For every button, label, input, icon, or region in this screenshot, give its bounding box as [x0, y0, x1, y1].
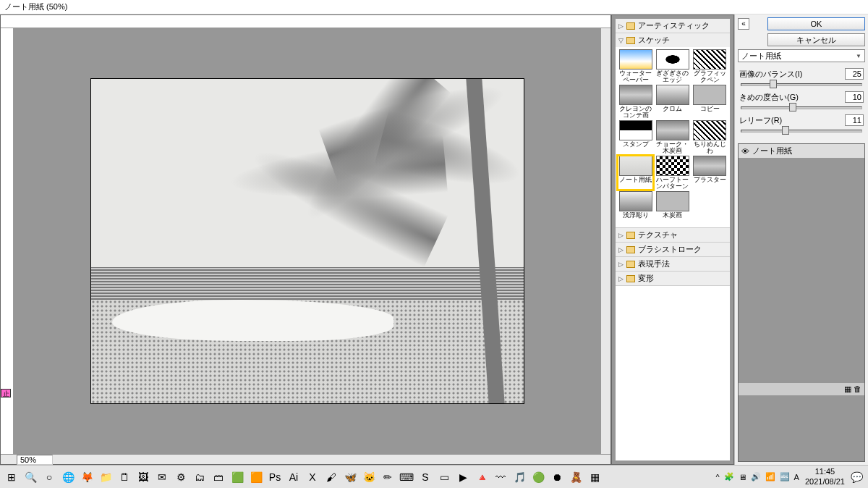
- taskbar-app-icon[interactable]: S: [417, 468, 434, 486]
- taskbar-app-icon[interactable]: X: [304, 468, 321, 486]
- taskbar-app-icon[interactable]: ⏺: [548, 468, 566, 486]
- folder-icon: [626, 246, 635, 253]
- filter-gallery-panel: ▷アーティスティック▽スケッチウォーターペーパーぎざぎさのエッジグラフィックペン…: [611, 14, 734, 465]
- taskbar-app-icon[interactable]: ○: [41, 468, 58, 486]
- filter-thumb-label: プラスター: [692, 177, 728, 190]
- taskbar-app-icon[interactable]: 🟩: [229, 468, 246, 486]
- taskbar-app-icon[interactable]: 🖌: [323, 468, 340, 486]
- zoom-input[interactable]: 50%: [17, 455, 53, 465]
- windows-taskbar[interactable]: ⊞🔍○🌐🦊📁🗒🖼✉⚙🗂🗃🟩🟧PsAiX🖌🦋🐱✏⌨S▭▶🔺〰🎵🟢⏺🧸▦ ^🧩🖥🔊📶…: [0, 465, 868, 488]
- notification-icon[interactable]: 💬: [848, 468, 865, 486]
- taskbar-app-icon[interactable]: 🟧: [247, 468, 265, 486]
- taskbar-app-icon[interactable]: Ps: [266, 468, 284, 486]
- layer-name[interactable]: ノート用紙: [752, 146, 792, 156]
- taskbar-app-icon[interactable]: 🔺: [473, 468, 490, 486]
- category-label: テクスチャ: [638, 230, 678, 240]
- taskbar-app-icon[interactable]: 〰: [492, 468, 509, 486]
- filter-thumb[interactable]: クロム: [655, 85, 690, 119]
- filter-thumb[interactable]: クレヨンのコンテ画: [618, 85, 653, 119]
- taskbar-app-icon[interactable]: ⊞: [3, 468, 20, 486]
- triangle-icon: ▷: [618, 22, 624, 30]
- filter-thumb[interactable]: ぎざぎさのエッジ: [655, 49, 690, 83]
- taskbar-app-icon[interactable]: 🌐: [59, 468, 77, 486]
- tray-icon[interactable]: ^: [715, 473, 719, 481]
- eye-icon[interactable]: 👁: [741, 147, 749, 156]
- taskbar-app-icon[interactable]: 🦊: [78, 468, 95, 486]
- taskbar-app-icon[interactable]: ▦: [586, 468, 603, 486]
- param-slider[interactable]: [741, 104, 862, 110]
- filter-thumb-label: ノート用紙: [618, 177, 653, 190]
- filter-thumb[interactable]: コピー: [692, 85, 728, 119]
- taskbar-app-icon[interactable]: 🖼: [135, 468, 152, 486]
- filter-thumb-label: ぎざぎさのエッジ: [655, 70, 690, 83]
- category-header[interactable]: ▷テクスチャ: [616, 228, 730, 242]
- filter-thumb[interactable]: 浅浮彫り: [618, 191, 653, 225]
- scrollbar-vertical[interactable]: [600, 28, 610, 454]
- taskbar-app-icon[interactable]: ▶: [454, 468, 472, 486]
- taskbar-app-icon[interactable]: 🟢: [529, 468, 547, 486]
- taskbar-app-icon[interactable]: ✏: [379, 468, 396, 486]
- filter-thumb[interactable]: ハーフトーンパターン: [655, 156, 690, 190]
- filter-thumb-label: チョーク・木炭画: [655, 141, 690, 154]
- filter-thumb-label: 浅浮彫り: [618, 212, 653, 225]
- param-value[interactable]: [845, 114, 864, 126]
- filter-thumb[interactable]: プラスター: [692, 156, 728, 190]
- new-layer-icon[interactable]: ▦: [844, 384, 851, 393]
- taskbar-app-icon[interactable]: Ai: [285, 468, 302, 486]
- filter-thumb-preview: [656, 156, 689, 176]
- taskbar-app-icon[interactable]: 🦋: [341, 468, 359, 486]
- triangle-icon: ▷: [618, 261, 624, 268]
- filter-thumb-preview: [693, 85, 726, 105]
- filter-thumb[interactable]: スタンプ: [618, 120, 653, 154]
- cancel-button[interactable]: キャンセル: [767, 33, 865, 46]
- filter-thumb[interactable]: ウォーターペーパー: [618, 49, 653, 83]
- tray-icon[interactable]: 📶: [765, 472, 775, 481]
- filter-thumb[interactable]: ノート用紙: [618, 156, 653, 190]
- filter-thumb-preview: [693, 120, 726, 140]
- tray-icon[interactable]: 🔊: [751, 472, 761, 481]
- taskbar-app-icon[interactable]: 🔍: [22, 468, 39, 486]
- filter-thumb[interactable]: 木炭画: [655, 191, 690, 225]
- chevron-down-icon: ▼: [856, 53, 861, 59]
- tray-icon[interactable]: 🖥: [739, 473, 746, 481]
- category-header[interactable]: ▷変形: [616, 272, 730, 285]
- category-header[interactable]: ▷ブラシストローク: [616, 243, 730, 256]
- filter-gallery-scroll[interactable]: ▷アーティスティック▽スケッチウォーターペーパーぎざぎさのエッジグラフィックペン…: [615, 18, 731, 461]
- filter-thumb-label: クロム: [655, 106, 690, 119]
- taskbar-app-icon[interactable]: ⌨: [398, 468, 415, 486]
- preview-canvas[interactable]: [90, 78, 524, 404]
- taskbar-app-icon[interactable]: 🐱: [360, 468, 378, 486]
- delete-layer-icon[interactable]: 🗑: [854, 384, 861, 393]
- taskbar-clock[interactable]: 11:45 2021/08/21: [805, 467, 845, 486]
- taskbar-app-icon[interactable]: 🗂: [191, 468, 208, 486]
- category-header[interactable]: ▷表現手法: [616, 257, 730, 271]
- tray-icon[interactable]: 🔤: [780, 472, 790, 481]
- taskbar-app-icon[interactable]: 🎵: [511, 468, 528, 486]
- taskbar-app-icon[interactable]: 📁: [97, 468, 114, 486]
- param-slider[interactable]: [741, 81, 862, 87]
- ok-button[interactable]: OK: [767, 17, 865, 30]
- folder-icon: [626, 275, 635, 282]
- param-slider[interactable]: [741, 127, 862, 133]
- taskbar-app-icon[interactable]: ✉: [153, 468, 171, 486]
- category-header[interactable]: ▷アーティスティック: [616, 19, 730, 33]
- collapse-toggle[interactable]: «: [738, 18, 749, 30]
- filter-thumb[interactable]: ちりめんじわ: [692, 120, 728, 154]
- taskbar-app-icon[interactable]: ⚙: [172, 468, 190, 486]
- tray-icon[interactable]: A: [794, 473, 799, 481]
- system-tray[interactable]: ^🧩🖥🔊📶🔤A: [715, 472, 799, 481]
- taskbar-app-icon[interactable]: 🗃: [210, 468, 227, 486]
- param-value[interactable]: [845, 91, 864, 103]
- filter-thumb[interactable]: チョーク・木炭画: [655, 120, 690, 154]
- taskbar-app-icon[interactable]: 🗒: [116, 468, 133, 486]
- taskbar-app-icon[interactable]: ▭: [435, 468, 453, 486]
- filter-thumb[interactable]: グラフィックペン: [692, 49, 728, 83]
- param-value[interactable]: [845, 68, 864, 80]
- taskbar-app-icon[interactable]: 🧸: [567, 468, 584, 486]
- folder-icon: [626, 261, 635, 268]
- filter-select[interactable]: ノート用紙 ▼: [738, 49, 865, 62]
- tray-icon[interactable]: 🧩: [724, 472, 734, 481]
- category-header[interactable]: ▽スケッチ: [616, 33, 730, 47]
- param-label: きめの度合い(G): [739, 92, 799, 103]
- category-label: 変形: [638, 273, 654, 284]
